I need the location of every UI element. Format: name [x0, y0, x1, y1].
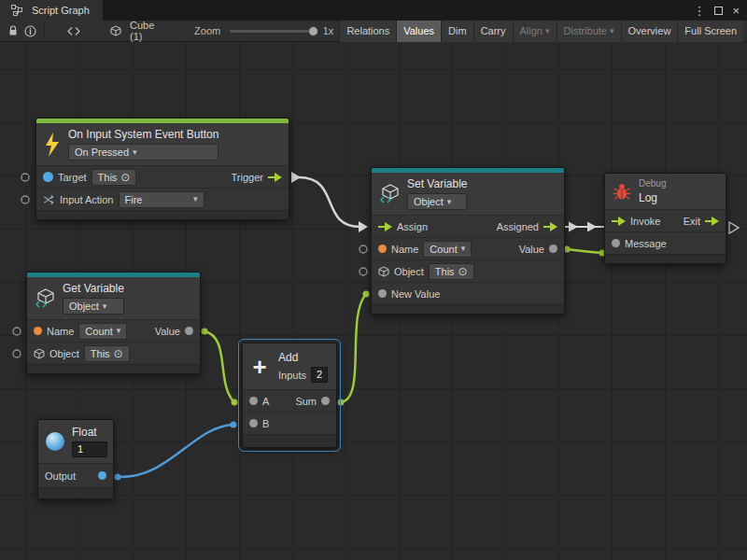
event-mode-dropdown[interactable]: On Pressed ▾: [68, 144, 218, 161]
node-footer: [243, 434, 336, 447]
input-action-dropdown[interactable]: Fire ▾: [119, 191, 204, 208]
node-get-variable[interactable]: Get Variable Object ▾ Name Count ▾ Value: [26, 272, 201, 374]
flow-output-port-icon[interactable]: [268, 173, 282, 182]
values-button[interactable]: Values: [396, 21, 441, 42]
graph-toolbar: Cube (1) Zoom 1x Relations Values Dim Ca…: [0, 21, 747, 42]
value-input-port-icon[interactable]: [249, 419, 258, 427]
sum-label: Sum: [295, 396, 317, 407]
chevron-down-icon: ▾: [545, 27, 550, 35]
tab-bar: Script Graph ⋮ ×: [0, 0, 747, 21]
node-debug-log[interactable]: Debug Log Invoke Exit Message: [604, 173, 726, 264]
new-value-label: New Value: [391, 288, 440, 300]
zoom-label: Zoom: [194, 25, 220, 36]
set-variable-name-dropdown[interactable]: Count ▾: [423, 241, 472, 258]
close-icon[interactable]: ×: [732, 5, 740, 17]
distribute-button[interactable]: Distribute▾: [557, 21, 621, 42]
target-this-button[interactable]: This ⊙: [92, 169, 137, 186]
invoke-label: Invoke: [630, 216, 660, 227]
node-category: Debug: [639, 178, 666, 189]
node-set-variable[interactable]: Set Variable Object ▾ Assign Assigned Na…: [371, 167, 565, 315]
port-row-name: Name Count ▾ Value: [27, 319, 200, 342]
target-label: Target: [58, 172, 87, 183]
value-output-port-icon[interactable]: [321, 397, 330, 405]
node-header: Set Variable Object ▾: [372, 173, 564, 215]
inputs-count-field[interactable]: 2: [311, 367, 328, 383]
carry-button[interactable]: Carry: [473, 21, 513, 42]
get-variable-name-dropdown[interactable]: Count ▾: [78, 323, 127, 340]
string-port-icon[interactable]: [378, 245, 387, 253]
dim-button[interactable]: Dim: [441, 21, 473, 42]
chevron-down-icon: ▾: [117, 327, 121, 335]
name-label: Name: [391, 244, 418, 255]
flow-output-port-icon[interactable]: [705, 217, 719, 226]
chevron-down-icon: ▾: [193, 195, 198, 203]
relations-button[interactable]: Relations: [339, 21, 396, 42]
more-menu-icon[interactable]: ⋮: [693, 5, 705, 17]
float-value-field[interactable]: 1: [72, 441, 107, 457]
bug-icon: [613, 182, 631, 201]
inputs-label: Inputs: [278, 370, 306, 381]
value-output-port-icon[interactable]: [185, 327, 193, 335]
lock-icon[interactable]: [4, 22, 21, 39]
output-label: Output: [45, 470, 76, 482]
target-icon: ⊙: [114, 348, 123, 359]
get-variable-scope-dropdown[interactable]: Object ▾: [63, 298, 124, 315]
node-title: Add: [278, 351, 328, 364]
align-button[interactable]: Align▾: [513, 21, 557, 42]
float-output-port-icon[interactable]: [98, 471, 106, 480]
node-footer: [27, 364, 200, 373]
variable-cube-icon: [35, 288, 55, 309]
lightning-icon: [44, 133, 61, 157]
chevron-down-icon: ▾: [447, 198, 452, 206]
tab-script-graph[interactable]: Script Graph: [0, 0, 103, 21]
string-port-icon[interactable]: [34, 327, 42, 335]
input-action-label: Input Action: [60, 194, 114, 205]
node-float[interactable]: Float 1 Output: [37, 419, 114, 499]
node-add[interactable]: + Add Inputs 2 A Sum B: [242, 343, 337, 448]
maximize-icon[interactable]: [714, 7, 723, 15]
graph-canvas[interactable]: On Input System Event Button On Pressed …: [0, 42, 747, 560]
node-title: Float: [72, 426, 107, 439]
port-row-name: Name Count ▾ Value: [372, 237, 564, 259]
fullscreen-button[interactable]: Full Screen: [677, 21, 743, 42]
node-footer: [605, 254, 726, 263]
zoom-slider-handle[interactable]: [308, 26, 318, 36]
tab-title: Script Graph: [32, 5, 90, 16]
chevron-down-icon: ▾: [103, 302, 107, 311]
info-icon[interactable]: [21, 22, 39, 39]
object-this-button[interactable]: This ⊙: [429, 263, 474, 280]
unity-script-graph-window: Script Graph ⋮ ×: [0, 0, 747, 560]
zoom-value: 1x: [323, 25, 334, 36]
name-label: Name: [47, 326, 74, 337]
port-row-output: Output: [38, 463, 113, 487]
toolbar-separator: [44, 24, 45, 37]
target-icon: ⊙: [120, 172, 130, 183]
overview-button[interactable]: Overview: [621, 21, 678, 42]
node-title: On Input System Event Button: [68, 128, 218, 141]
node-header: Float 1: [38, 420, 113, 463]
node-footer: [36, 210, 289, 219]
graph-icon: [7, 2, 26, 19]
a-label: A: [262, 396, 269, 407]
value-input-port-icon[interactable]: [249, 397, 258, 405]
flow-input-port-icon[interactable]: [612, 217, 626, 226]
value-output-port-icon[interactable]: [549, 245, 557, 253]
set-variable-scope-dropdown[interactable]: Object ▾: [407, 193, 467, 210]
graph-context[interactable]: Cube (1): [107, 20, 168, 42]
node-header: Get Variable Object ▾: [27, 277, 200, 319]
flow-input-port-icon[interactable]: [378, 222, 392, 231]
object-this-button[interactable]: This ⊙: [84, 345, 130, 362]
value-input-port-icon[interactable]: [378, 289, 387, 298]
toolbar-buttons: Relations Values Dim Carry Align▾ Distri…: [339, 21, 743, 42]
zoom-slider[interactable]: [230, 30, 316, 33]
value-input-port-icon[interactable]: [612, 239, 620, 247]
node-on-input-system-event-button[interactable]: On Input System Event Button On Pressed …: [35, 118, 289, 220]
flow-output-port-icon[interactable]: [543, 222, 557, 231]
chevron-down-icon: ▾: [133, 148, 137, 157]
trigger-label: Trigger: [232, 172, 263, 183]
node-header: + Add Inputs 2: [243, 343, 336, 389]
context-label: Cube (1): [130, 20, 168, 42]
gameobject-cube-icon: [34, 348, 45, 359]
chevrons-icon[interactable]: [65, 22, 83, 39]
node-header: On Input System Event Button On Pressed …: [36, 123, 289, 165]
